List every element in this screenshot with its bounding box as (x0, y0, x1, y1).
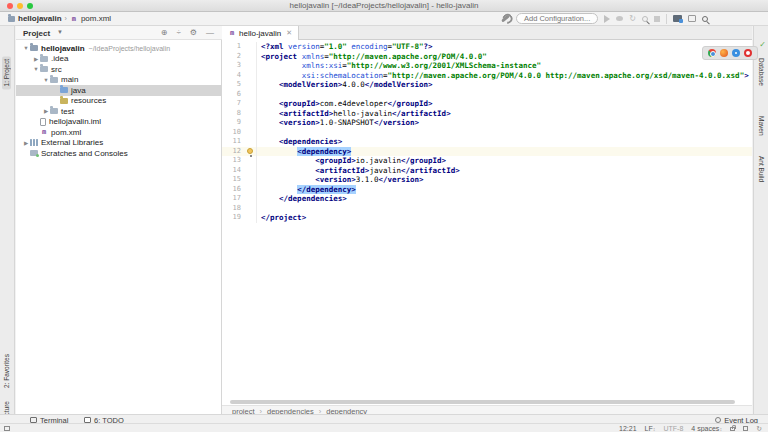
close-icon[interactable]: ✕ (286, 29, 292, 37)
intention-bulb-icon[interactable] (247, 148, 253, 154)
code-line[interactable]: 18 (222, 204, 752, 214)
code-line[interactable]: 4 xsi:schemaLocation="http://maven.apach… (222, 71, 752, 81)
locate-file-icon[interactable]: ⊕ (161, 28, 168, 37)
tree-item-label: src (51, 65, 62, 74)
project-panel-title[interactable]: Project (23, 29, 50, 38)
search-everywhere-icon[interactable] (702, 16, 708, 22)
code-line[interactable]: 9 <version>1.0-SNAPSHOT</version> (222, 118, 752, 128)
toggle-tool-windows-icon[interactable] (4, 426, 10, 431)
code-text: <version>1.0-SNAPSHOT</version> (257, 118, 419, 128)
browser-preview-panel (702, 46, 758, 60)
opera-icon[interactable] (744, 49, 752, 57)
gear-icon[interactable]: ⚙ (190, 28, 197, 37)
tree-chevron-icon[interactable]: ▼ (32, 66, 40, 72)
tool-button-project[interactable]: 1: Project (2, 56, 11, 89)
code-line[interactable]: 10 (222, 128, 752, 138)
tool-button-favorites[interactable]: 2: Favorites (3, 354, 10, 388)
tree-chevron-icon[interactable]: ▼ (42, 77, 50, 83)
tree-item-label: java (71, 86, 86, 95)
tool-button-maven[interactable]: Maven (758, 116, 765, 136)
code-line[interactable]: 19</project> (222, 213, 752, 223)
project-icon (8, 16, 15, 22)
caret-position[interactable]: 12:21 (619, 425, 637, 432)
tree-chevron-icon[interactable]: ▶ (32, 56, 40, 62)
collapse-all-icon[interactable]: ÷ (176, 28, 180, 37)
code-line[interactable]: 8 <artifactId>hello-javalin</artifactId> (222, 109, 752, 119)
code-editor[interactable]: 1<?xml version="1.0" encoding="UTF-8"?>2… (222, 40, 752, 398)
line-number: 9 (222, 118, 244, 128)
tree-chevron-icon[interactable]: ▶ (22, 140, 30, 146)
vcs-icon[interactable] (673, 15, 682, 22)
tool-button-ant-build[interactable]: Ant Build (758, 156, 765, 182)
add-configuration-button[interactable]: Add Configuration... (516, 13, 598, 24)
tab-hello-javalin[interactable]: m hello-javalin ✕ (222, 26, 299, 40)
nav-crumb-project[interactable]: hellojavalin (18, 14, 62, 23)
code-line[interactable]: 7 <groupId>com.e4developer</groupId> (222, 99, 752, 109)
code-line[interactable]: 11 <dependencies> (222, 137, 752, 147)
tree-item-main[interactable]: ▼main (16, 75, 221, 86)
chevron-down-icon[interactable]: ▼ (57, 29, 63, 35)
debug-icon[interactable] (616, 16, 623, 21)
line-separator[interactable]: LF↕ (645, 425, 656, 432)
tree-item-pom-xml[interactable]: mpom.xml (16, 127, 221, 138)
maven-file-icon: m (228, 29, 236, 37)
code-text: <project xmlns="http://maven.apache.org/… (257, 52, 487, 62)
code-line[interactable]: 13 <groupId>io.javalin</groupId> (222, 156, 752, 166)
indent-setting[interactable]: 4 spaces↕ (691, 425, 722, 432)
code-line[interactable]: 14 <artifactId>javalin</artifactId> (222, 166, 752, 176)
gutter (244, 71, 257, 81)
wrench-icon[interactable] (501, 14, 510, 22)
tree-item-hellojavalin[interactable]: ▼hellojavalin~/IdeaProjects/hellojavalin (16, 43, 221, 54)
tree-item-label: Scratches and Consoles (41, 149, 128, 158)
tree-item-label: main (61, 75, 78, 84)
lock-icon[interactable] (730, 427, 735, 431)
code-line[interactable]: 17 </dependencies> (222, 194, 752, 204)
code-line[interactable]: 2<project xmlns="http://maven.apache.org… (222, 52, 752, 62)
safari-icon[interactable] (732, 49, 740, 57)
code-line[interactable]: 1<?xml version="1.0" encoding="UTF-8"?> (222, 42, 752, 52)
scrollbar-thumb[interactable] (230, 400, 735, 404)
tool-button-database[interactable]: Database (758, 58, 765, 86)
stop-icon[interactable] (654, 16, 660, 22)
hide-panel-icon[interactable]: — (206, 28, 214, 37)
nav-crumb-file[interactable]: pom.xml (81, 14, 111, 23)
tree-item-label: External Libraries (41, 138, 103, 147)
gutter (244, 61, 257, 71)
line-number: 12 (222, 147, 244, 157)
tree-chevron-icon[interactable]: ▼ (22, 45, 30, 51)
window-title: hellojavalin [~/IdeaProjects/hellojavali… (0, 1, 768, 10)
firefox-icon[interactable] (720, 49, 728, 57)
chrome-icon[interactable] (708, 49, 716, 57)
tree-item-scratches-and-consoles[interactable]: Scratches and Consoles (16, 148, 221, 159)
highlight-level-icon[interactable] (743, 426, 748, 431)
code-line[interactable]: 16 </dependency> (222, 185, 752, 195)
line-number: 7 (222, 99, 244, 109)
code-line[interactable]: 6 (222, 90, 752, 100)
tree-item-src[interactable]: ▼src (16, 64, 221, 75)
tree-item-label: resources (71, 96, 106, 105)
tree-item-test[interactable]: ▶test (16, 106, 221, 117)
line-number: 19 (222, 213, 244, 223)
file-encoding[interactable]: UTF-8 (664, 425, 684, 432)
coverage-icon[interactable]: ↻ (629, 14, 636, 24)
code-line[interactable]: 3 xmlns:xsi="http://www.w3.org/2001/XMLS… (222, 61, 752, 71)
line-number: 17 (222, 194, 244, 204)
gutter (244, 166, 257, 176)
background-tasks-icon[interactable]: ↻ (756, 425, 762, 432)
tree-item--idea[interactable]: ▶.idea (16, 54, 221, 65)
tool-windows-icon[interactable] (688, 15, 696, 22)
tree-chevron-icon[interactable]: ▶ (42, 108, 50, 114)
code-line[interactable]: 12 <dependency> (222, 147, 752, 157)
tree-item-external-libraries[interactable]: ▶External Libraries (16, 138, 221, 149)
tree-item-java[interactable]: java (16, 85, 221, 96)
gutter (244, 42, 257, 52)
tree-item-resources[interactable]: resources (16, 96, 221, 107)
line-number: 18 (222, 204, 244, 214)
profiler-icon[interactable] (642, 16, 648, 22)
run-icon[interactable] (604, 15, 610, 23)
tab-label: hello-javalin (239, 29, 281, 38)
tree-item-hellojavalin-iml[interactable]: hellojavalin.iml (16, 117, 221, 128)
code-line[interactable]: 5 <modelVersion>4.0.0</modelVersion> (222, 80, 752, 90)
code-line[interactable]: 15 <version>3.1.0</version> (222, 175, 752, 185)
tree-item-label: .idea (51, 54, 68, 63)
